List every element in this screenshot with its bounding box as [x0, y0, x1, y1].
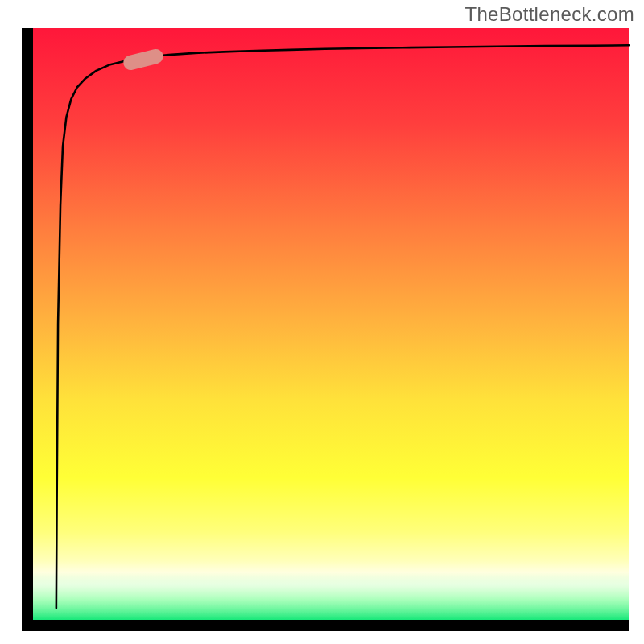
x-axis	[22, 620, 629, 631]
watermark-text: TheBottleneck.com	[464, 3, 634, 26]
chart-svg	[0, 0, 644, 644]
plot-pale-overlay	[33, 28, 629, 620]
y-axis	[22, 28, 33, 631]
chart-stage: TheBottleneck.com	[0, 0, 644, 644]
